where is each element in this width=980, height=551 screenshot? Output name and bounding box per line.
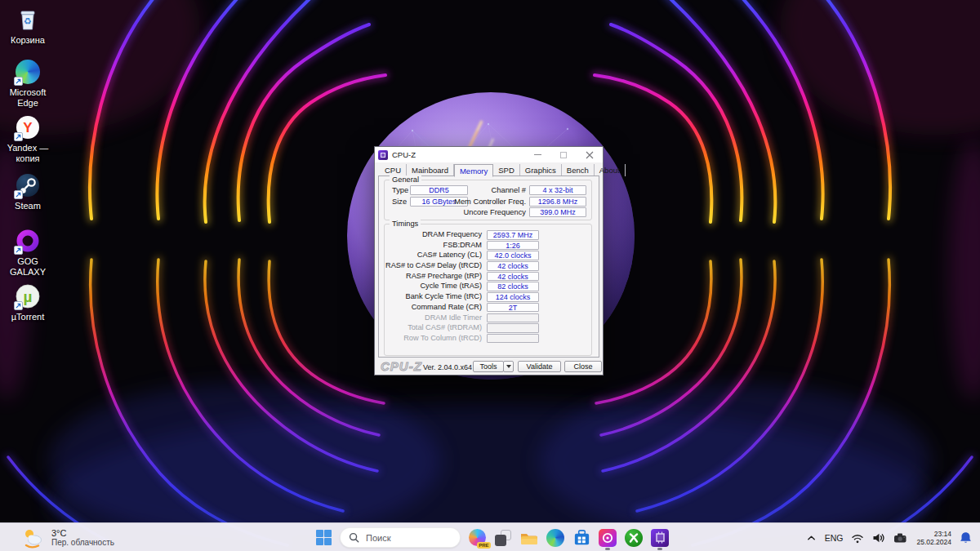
notification-bell-icon[interactable] [960, 531, 972, 544]
timing-value: 124 clocks [487, 292, 539, 302]
weather-icon [21, 527, 44, 549]
tab-cpu[interactable]: CPU [380, 164, 407, 176]
volume-icon[interactable] [872, 532, 885, 544]
task-view-icon [495, 530, 511, 546]
windows-icon [316, 530, 332, 545]
desktop-icon-yandex[interactable]: Y Yandex — копия [0, 114, 56, 164]
tools-dropdown-button[interactable] [503, 361, 514, 372]
weather-temp: 3°C [51, 528, 114, 538]
timings-group: Timings DRAM Frequency2593.7 MHz FSB:DRA… [384, 224, 592, 356]
microsoft-store-button[interactable] [572, 528, 591, 548]
taskbar-center: Поиск PRE [314, 523, 670, 551]
cpuz-window: CPU-Z CPU Mainboard Memory SPD Graphics … [374, 146, 604, 375]
search-input[interactable]: Поиск [340, 527, 461, 548]
tray-chevron-up-icon[interactable] [806, 533, 817, 543]
wifi-icon[interactable] [851, 532, 864, 544]
group-label: General [390, 176, 421, 184]
close-icon[interactable] [585, 150, 595, 160]
version-text: Ver. 2.04.0.x64 [423, 363, 472, 371]
store-icon [572, 528, 591, 547]
camera-icon[interactable] [893, 532, 908, 544]
type-label: Type [392, 186, 408, 195]
tab-about[interactable]: About [595, 164, 626, 176]
timing-row: FSB:DRAM1:26 [385, 241, 591, 251]
shortcut-arrow-icon [14, 132, 23, 141]
running-indicator [657, 548, 662, 550]
cpuz-taskbar-icon [651, 529, 669, 547]
cpuz-app-icon [378, 150, 388, 160]
search-icon [349, 532, 359, 543]
uncore-value: 399.0 MHz [529, 207, 586, 217]
timing-value [487, 323, 539, 333]
timing-row: CAS# Latency (CL)42.0 clocks [385, 251, 591, 261]
weather-widget[interactable]: 3°C Пер. облачность [21, 523, 114, 551]
steam-icon [15, 172, 41, 198]
uncore-label: Uncore Frequency [434, 208, 526, 217]
cpuz-taskbar-button[interactable] [650, 528, 670, 548]
tab-bench[interactable]: Bench [562, 164, 595, 176]
timing-row: Total CAS# (tRDRAM) [385, 323, 591, 334]
tab-memory[interactable]: Memory [454, 164, 493, 177]
timing-row: Command Rate (CR)2T [385, 303, 591, 313]
game-launcher-button[interactable] [598, 528, 617, 548]
recycle-bin-icon: ♻ [15, 7, 41, 33]
tools-button[interactable]: Tools [473, 361, 504, 372]
shortcut-arrow-icon [14, 77, 23, 86]
utorrent-icon: µ [15, 283, 41, 309]
timing-value: 42 clocks [487, 261, 539, 271]
tray-time: 23:14 [916, 530, 951, 538]
copilot-icon: PRE [469, 529, 486, 546]
clock[interactable]: 23:14 25.02.2024 [916, 530, 951, 546]
shortcut-arrow-icon [14, 246, 23, 255]
folder-icon [519, 528, 539, 548]
edge-icon [546, 529, 564, 547]
xbox-button[interactable] [624, 528, 644, 548]
language-indicator[interactable]: ENG [825, 533, 844, 543]
close-window-button[interactable]: Close [564, 361, 602, 372]
timing-row: DRAM Frequency2593.7 MHz [385, 230, 591, 241]
minimize-button[interactable] [532, 150, 542, 160]
yandex-icon: Y [15, 114, 41, 140]
timing-row: RAS# to CAS# Delay (tRCD)42 clocks [385, 261, 591, 272]
desktop-icon-gog[interactable]: GOG GALAXY [0, 228, 56, 278]
timing-value: 42.0 clocks [487, 251, 539, 260]
window-footer: CPU-Z Ver. 2.04.0.x64 Tools Validate Clo… [375, 357, 603, 375]
desktop-icon-label: Yandex — копия [1, 143, 55, 164]
channel-value: 4 x 32-bit [529, 185, 586, 195]
desktop-icon-edge[interactable]: Microsoft Edge [0, 59, 56, 109]
desktop-icon-label: Microsoft Edge [1, 87, 55, 109]
timing-row: Bank Cycle Time (tRC)124 clocks [385, 292, 591, 303]
desktop-icon-steam[interactable]: Steam [0, 172, 56, 211]
window-title: CPU-Z [392, 150, 416, 159]
maximize-button[interactable] [559, 150, 568, 160]
tab-graphics[interactable]: Graphics [520, 164, 562, 176]
timing-row: Cycle Time (tRAS)82 clocks [385, 282, 591, 292]
cpuz-logo: CPU-Z [381, 359, 422, 373]
edge-icon [15, 59, 41, 85]
system-tray: ENG 23:14 25.02.2024 [806, 523, 972, 551]
tray-date: 25.02.2024 [916, 538, 951, 546]
game-launcher-icon [599, 529, 617, 547]
weather-condition: Пер. облачность [51, 538, 114, 548]
validate-button[interactable]: Validate [518, 361, 561, 372]
file-explorer-button[interactable] [519, 528, 539, 548]
start-button[interactable] [314, 528, 333, 548]
timing-row: DRAM Idle Timer [385, 313, 591, 324]
timing-row: RAS# Precharge (tRP)42 clocks [385, 272, 591, 282]
memfreq-label: Mem Controller Freq. [434, 198, 526, 207]
tab-mainboard[interactable]: Mainboard [407, 164, 454, 176]
copilot-button[interactable]: PRE [467, 528, 487, 548]
desktop: ♻ Корзина Microsoft Edge Y [0, 0, 980, 551]
timing-value: 82 clocks [487, 282, 539, 291]
copilot-pre-badge: PRE [477, 542, 490, 549]
desktop-icon-utorrent[interactable]: µ µTorrent [0, 283, 56, 322]
tab-spd[interactable]: SPD [493, 164, 520, 176]
desktop-icon-recycle-bin[interactable]: ♻ Корзина [0, 7, 56, 46]
group-label: Timings [390, 220, 421, 228]
svg-text:♻: ♻ [24, 16, 32, 27]
chevron-down-icon [506, 365, 511, 368]
titlebar[interactable]: CPU-Z [375, 147, 603, 162]
task-view-button[interactable] [493, 528, 513, 548]
memfreq-value: 1296.8 MHz [529, 197, 586, 207]
edge-button[interactable] [546, 528, 565, 548]
